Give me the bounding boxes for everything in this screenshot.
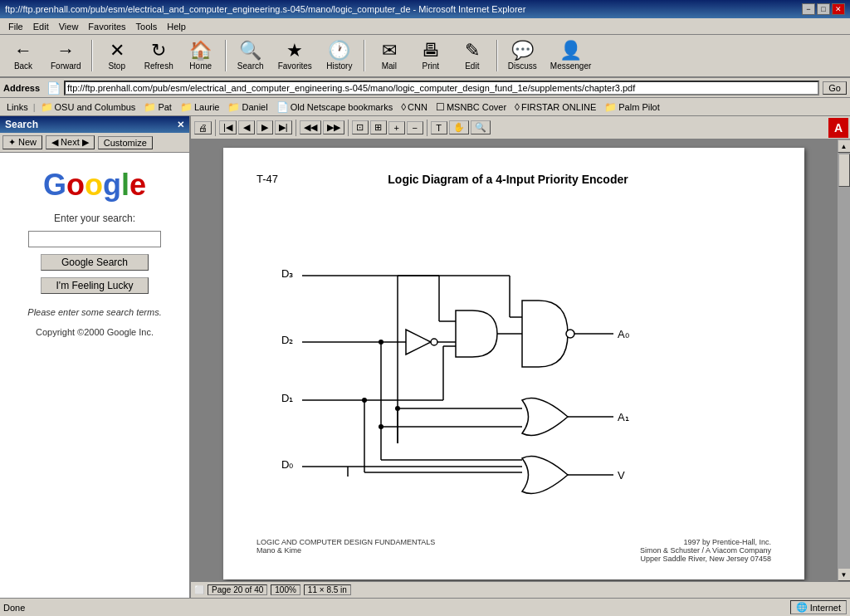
pdf-back-button[interactable]: ◀: [238, 120, 255, 134]
menu-view[interactable]: View: [54, 20, 84, 33]
history-button[interactable]: 🕐 History: [320, 37, 359, 75]
pdf-select-button[interactable]: T: [431, 121, 447, 134]
new-search-button[interactable]: ✦ New: [2, 135, 42, 149]
link-firstar[interactable]: ◊ FIRSTAR ONLINE: [511, 100, 599, 114]
a1-output: A₁: [618, 411, 629, 423]
discuss-button[interactable]: 💬 Discuss: [502, 37, 543, 75]
close-button[interactable]: ✕: [832, 3, 845, 15]
sidebar-close-button[interactable]: ✕: [177, 120, 184, 130]
google-search-button[interactable]: Google Search: [41, 254, 149, 271]
google-search-input[interactable]: [28, 231, 161, 247]
mail-label: Mail: [382, 61, 397, 71]
pdf-print-button[interactable]: 🖨: [194, 121, 212, 134]
messenger-icon: 👤: [559, 42, 582, 60]
feeling-lucky-button[interactable]: I'm Feeling Lucky: [41, 277, 149, 294]
google-logo: Google: [43, 168, 146, 203]
back-label: Back: [14, 61, 32, 71]
title-bar-controls: − □ ✕: [802, 3, 845, 15]
pdf-scrollbar: ▲ ▼: [837, 139, 850, 581]
refresh-button[interactable]: ↻ Refresh: [139, 37, 179, 75]
search-sidebar: Search ✕ ✦ New ◀ Next ▶ Customize Google…: [0, 116, 191, 598]
pdf-sep-1: [215, 120, 216, 136]
menu-tools[interactable]: Tools: [131, 20, 163, 33]
search-hint: Please enter some search terms.: [27, 307, 161, 317]
stop-button[interactable]: ✕ Stop: [97, 37, 137, 75]
v-output: V: [618, 469, 625, 482]
messenger-button[interactable]: 👤 Messenger: [545, 37, 597, 75]
status-right: 🌐 Internet: [790, 600, 847, 614]
pdf-zoom-out-button[interactable]: −: [407, 121, 423, 134]
search-icon: 🔍: [239, 42, 261, 60]
link-netscape[interactable]: 📄 Old Netscape bookmarks: [273, 100, 397, 114]
print-icon: 🖶: [422, 42, 440, 60]
pdf-hand-button[interactable]: ✋: [449, 120, 469, 134]
menu-favorites[interactable]: Favorites: [83, 20, 130, 33]
pdf-rewind-button[interactable]: ◀◀: [300, 120, 321, 134]
home-button[interactable]: 🏠 Home: [181, 37, 221, 75]
link-laurie[interactable]: 📁 Laurie: [177, 100, 223, 114]
link-osu[interactable]: 📁 OSU and Columbus: [37, 100, 139, 114]
go-button[interactable]: Go: [823, 81, 847, 95]
edit-label: Edit: [465, 61, 479, 71]
pdf-zoom-in-button[interactable]: +: [388, 121, 405, 134]
link-cnn[interactable]: ◊ CNN: [398, 100, 431, 114]
pdf-size: 11 × 8.5 in: [304, 584, 351, 595]
logic-diagram: D₃ D₂ D₁ D₀: [256, 203, 771, 518]
print-button[interactable]: 🖶 Print: [411, 37, 451, 75]
menu-help[interactable]: Help: [162, 20, 191, 33]
pdf-footer: LOGIC AND COMPUTER DESIGN FUNDAMENTALS M…: [256, 538, 771, 563]
discuss-icon: 💬: [511, 42, 534, 60]
pdf-fit-button[interactable]: ⊡: [352, 120, 369, 134]
scroll-thumb[interactable]: [838, 154, 850, 187]
search-button[interactable]: 🔍 Search: [231, 37, 271, 75]
svg-point-29: [379, 424, 383, 429]
forward-button[interactable]: → Forward: [45, 37, 87, 75]
link-palm[interactable]: 📁 Palm Pilot: [601, 100, 663, 114]
edit-button[interactable]: ✎ Edit: [452, 37, 492, 75]
footer-right: 1997 by Prentice-Hall, Inc. Simon & Schu…: [640, 538, 771, 563]
address-input[interactable]: [64, 81, 819, 95]
footer-copyright: 1997 by Prentice-Hall, Inc.: [640, 538, 771, 546]
history-label: History: [326, 61, 352, 71]
status-bar: Done 🌐 Internet: [0, 598, 850, 616]
main-area: Search ✕ ✦ New ◀ Next ▶ Customize Google…: [0, 116, 850, 598]
stop-icon: ✕: [110, 42, 125, 60]
pdf-fit-width-button[interactable]: ⊞: [370, 120, 387, 134]
scroll-track[interactable]: [838, 153, 850, 568]
pdf-ff-button[interactable]: ▶▶: [323, 120, 344, 134]
minimize-button[interactable]: −: [802, 3, 815, 15]
pdf-search-button[interactable]: 🔍: [471, 120, 491, 134]
globe-icon: 🌐: [796, 602, 808, 613]
svg-point-20: [566, 330, 574, 338]
svg-point-6: [431, 339, 437, 345]
favorites-button[interactable]: ★ Favorites: [272, 37, 318, 75]
back-icon: ←: [14, 42, 32, 60]
pdf-zoom: 100%: [271, 584, 300, 595]
edit-icon: ✎: [465, 42, 480, 60]
pdf-last-button[interactable]: ▶|: [275, 120, 292, 134]
link-msnbc[interactable]: ☐ MSNBC Cover: [432, 100, 510, 114]
back-button[interactable]: ← Back: [3, 37, 43, 75]
favorites-label: Favorites: [278, 61, 312, 71]
favorites-icon: ★: [286, 42, 303, 60]
messenger-label: Messenger: [550, 61, 591, 71]
title-bar: ftp://ftp.prenhall.com/pub/esm/electrica…: [0, 0, 850, 18]
scroll-down-button[interactable]: ▼: [838, 568, 851, 581]
customize-button[interactable]: Customize: [98, 136, 153, 149]
pdf-page: T-47 Logic Diagram of a 4-Input Priority…: [223, 148, 804, 579]
link-pat[interactable]: 📁 Pat: [140, 100, 175, 114]
pdf-next-button[interactable]: ▶: [256, 120, 273, 134]
zone-label: Internet: [810, 603, 841, 613]
pdf-prev-page-button[interactable]: |◀: [219, 120, 237, 134]
footer-location: Upper Saddle River, New Jersey 07458: [640, 555, 771, 563]
menu-file[interactable]: File: [3, 20, 28, 33]
link-daniel[interactable]: 📁 Daniel: [224, 100, 271, 114]
scroll-up-button[interactable]: ▲: [838, 139, 851, 153]
pdf-status-bar: ⬜ Page 20 of 40 100% 11 × 8.5 in: [191, 581, 850, 598]
mail-button[interactable]: ✉ Mail: [369, 37, 409, 75]
maximize-button[interactable]: □: [817, 3, 830, 15]
next-button[interactable]: ◀ Next ▶: [46, 135, 95, 149]
pdf-content[interactable]: T-47 Logic Diagram of a 4-Input Priority…: [191, 139, 837, 581]
address-bar: Address 📄 Go: [0, 78, 850, 98]
menu-edit[interactable]: Edit: [28, 20, 54, 33]
